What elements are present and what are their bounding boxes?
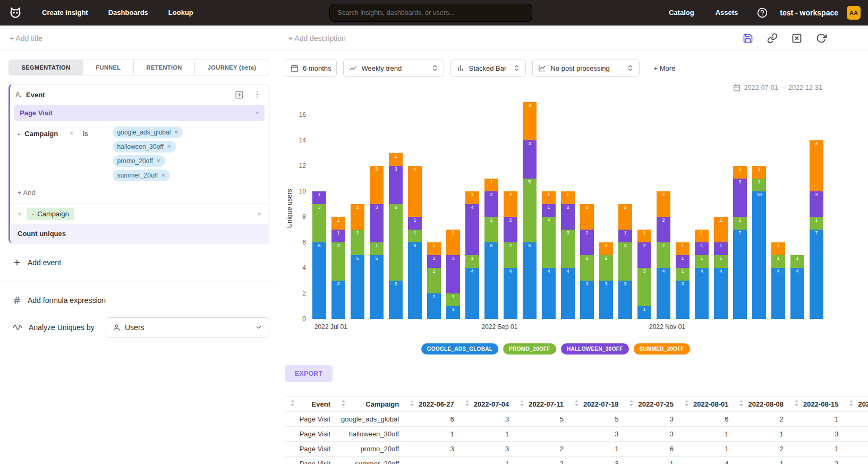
bar-2022-10-31[interactable]: 2224 — [657, 191, 670, 319]
add-event-button[interactable]: Add event — [13, 258, 269, 267]
property-value-tag[interactable]: promo_20off× — [113, 155, 165, 167]
bar-segment-promo_20off[interactable]: 3 — [331, 242, 345, 281]
bar-2022-09-12[interactable]: 3356 — [523, 102, 537, 319]
column-header-2022-06-27[interactable]: 2022-06-27 — [404, 396, 459, 412]
bar-segment-promo_20off[interactable]: 6 — [389, 204, 403, 281]
bar-segment-summer_20off[interactable]: 2 — [446, 230, 460, 255]
app-logo-cat-icon[interactable] — [7, 5, 23, 21]
bar-segment-promo_20off[interactable]: 4 — [542, 217, 556, 268]
tab-funnel[interactable]: FUNNEL — [83, 60, 134, 75]
bar-segment-google_ads_global[interactable]: 5 — [370, 255, 384, 319]
bar-2022-07-25[interactable]: 1363 — [389, 153, 403, 319]
nav-create-insight[interactable]: Create insight — [33, 0, 97, 26]
column-header-2022-08-15[interactable]: 2022-08-15 — [789, 396, 844, 412]
remove-breakdown-icon[interactable]: × — [18, 210, 21, 218]
bar-2022-09-19[interactable]: 1144 — [542, 191, 556, 319]
bar-segment-summer_20off[interactable]: 1 — [427, 242, 441, 255]
nav-catalog[interactable]: Catalog — [660, 0, 703, 26]
bar-2022-07-04[interactable]: 1133 — [331, 217, 345, 319]
bar-segment-promo_20off[interactable]: 1 — [771, 255, 785, 268]
export-button[interactable]: EXPORT — [285, 365, 333, 382]
bar-2022-12-26[interactable]: 4217 — [810, 140, 823, 319]
bar-2022-11-07[interactable]: 1113 — [676, 242, 690, 319]
nav-dashboards[interactable]: Dashboards — [99, 0, 157, 26]
sort-icon[interactable] — [341, 400, 346, 408]
property-name[interactable]: Campaign — [24, 130, 58, 138]
bar-segment-halloween_30off[interactable]: 2 — [484, 191, 498, 217]
bar-2022-09-26[interactable]: 1234 — [561, 191, 575, 319]
bar-segment-halloween_30off[interactable]: 2 — [810, 191, 823, 217]
remove-breakdown-row-icon[interactable]: × — [257, 210, 261, 217]
sort-icon[interactable] — [465, 400, 470, 408]
bar-segment-google_ads_global[interactable]: 4 — [504, 268, 517, 319]
bar-segment-google_ads_global[interactable]: 3 — [599, 281, 613, 319]
bar-segment-summer_20off[interactable]: 1 — [389, 153, 403, 166]
bar-segment-halloween_30off[interactable]: 4 — [465, 204, 479, 255]
bar-segment-google_ads_global[interactable]: 4 — [771, 268, 785, 319]
sort-icon[interactable] — [684, 400, 689, 408]
bar-segment-summer_20off[interactable]: 1 — [695, 230, 709, 242]
bar-segment-halloween_30off[interactable]: 1 — [714, 242, 728, 255]
property-value-tag[interactable]: halloween_30off× — [113, 141, 176, 153]
bar-segment-summer_20off[interactable]: 2 — [714, 217, 728, 242]
date-range-button[interactable]: 6 months — [285, 60, 337, 77]
bar-segment-summer_20off[interactable]: 1 — [771, 242, 785, 255]
avatar[interactable]: AA — [847, 6, 861, 20]
bar-segment-google_ads_global[interactable]: 7 — [810, 230, 823, 319]
trend-select[interactable]: Weekly trend — [343, 60, 444, 77]
tab-segmentation[interactable]: SEGMENTATION — [8, 60, 83, 75]
bar-segment-google_ads_global[interactable]: 4 — [465, 268, 479, 319]
bar-segment-summer_20off[interactable]: 3 — [523, 102, 537, 140]
bar-segment-halloween_30off[interactable]: 2 — [504, 217, 517, 242]
add-description-button[interactable]: + Add description — [288, 34, 346, 43]
bar-segment-summer_20off[interactable]: 1 — [542, 191, 556, 204]
bar-segment-google_ads_global[interactable]: 6 — [312, 242, 326, 319]
chart-type-select[interactable]: Stacked Bar — [450, 60, 526, 77]
bar-2022-06-27[interactable]: 136 — [312, 191, 326, 319]
bar-segment-halloween_30off[interactable]: 2 — [561, 204, 575, 230]
bar-segment-promo_20off[interactable]: 1 — [370, 242, 384, 255]
bar-segment-summer_20off[interactable]: 1 — [752, 166, 766, 179]
bar-segment-halloween_30off[interactable]: 3 — [389, 166, 403, 204]
remove-value-icon[interactable]: × — [174, 129, 178, 136]
bar-segment-summer_20off[interactable]: 1 — [484, 179, 498, 191]
bar-segment-google_ads_global[interactable]: 10 — [752, 191, 766, 319]
column-header-2022-07-18[interactable]: 2022-07-18 — [569, 396, 624, 412]
bar-segment-promo_20off[interactable]: 1 — [790, 255, 804, 268]
sort-icon[interactable] — [629, 400, 634, 408]
event-name[interactable]: Page Visit — [20, 109, 255, 117]
bar-segment-summer_20off[interactable]: 1 — [733, 166, 747, 179]
bar-segment-google_ads_global[interactable]: 2 — [427, 293, 441, 319]
bar-2022-08-01[interactable]: 4116 — [408, 166, 422, 319]
workspace-name[interactable]: test - workspace — [780, 9, 838, 17]
bar-2022-11-14[interactable]: 1114 — [695, 230, 709, 319]
bar-segment-promo_20off[interactable]: 1 — [408, 230, 422, 242]
bar-segment-promo_20off[interactable]: 1 — [465, 255, 479, 268]
bar-segment-summer_20off[interactable]: 4 — [810, 140, 823, 191]
legend-halloween_30off[interactable]: HALLOWEEN_30OFF — [561, 343, 629, 355]
bar-segment-promo_20off[interactable]: 3 — [561, 230, 575, 268]
bar-2022-07-11[interactable]: 225 — [351, 204, 364, 319]
bar-segment-google_ads_global[interactable]: 5 — [351, 255, 364, 319]
remove-event-icon[interactable]: × — [255, 109, 259, 116]
bar-2022-10-10[interactable]: 123 — [599, 242, 613, 319]
bar-segment-halloween_30off[interactable]: 1 — [542, 204, 556, 217]
bar-segment-google_ads_global[interactable]: 4 — [561, 268, 575, 319]
bar-segment-summer_20off[interactable]: 2 — [657, 191, 670, 217]
bar-segment-summer_20off[interactable]: 2 — [504, 191, 517, 217]
bar-segment-google_ads_global[interactable]: 7 — [733, 230, 747, 319]
bar-segment-google_ads_global[interactable]: 3 — [618, 281, 632, 319]
bar-segment-promo_20off[interactable]: 2 — [351, 230, 364, 255]
column-header-2022-07-04[interactable]: 2022-07-04 — [459, 396, 515, 412]
legend-summer_20off[interactable]: SUMMER_20OFF — [634, 343, 691, 355]
copy-link-icon[interactable] — [767, 33, 778, 44]
bar-segment-summer_20off[interactable]: 1 — [599, 242, 613, 255]
remove-value-icon[interactable]: × — [157, 157, 160, 165]
bar-2022-12-05[interactable]: 1110 — [752, 166, 766, 319]
bar-segment-summer_20off[interactable]: 2 — [618, 204, 632, 230]
property-operator[interactable]: is — [83, 130, 88, 138]
bar-segment-promo_20off[interactable]: 2 — [427, 268, 441, 293]
bar-segment-summer_20off[interactable]: 4 — [408, 166, 422, 217]
bar-segment-halloween_30off[interactable]: 1 — [408, 217, 422, 230]
column-header-2022-08-08[interactable]: 2022-08-08 — [734, 396, 789, 412]
